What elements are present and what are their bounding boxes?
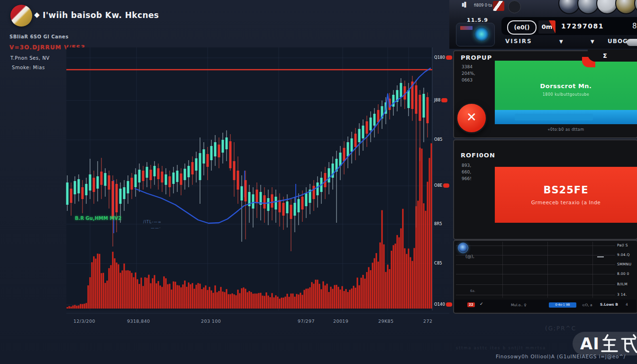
volume-bar <box>207 290 209 309</box>
candle-body <box>237 171 239 190</box>
volume-bar <box>406 254 408 309</box>
panel2-stat-2: 660, <box>462 169 471 175</box>
ghost-text: (G;PR^C <box>545 325 576 332</box>
volume-bar <box>190 284 191 309</box>
volume-bar <box>109 268 110 309</box>
close-button[interactable]: ✕ <box>456 102 487 134</box>
volume-bar <box>374 258 375 309</box>
candle-body <box>298 199 300 212</box>
candle-body <box>233 161 236 180</box>
header-toggle[interactable] <box>627 39 637 46</box>
ubog-label[interactable]: UBOG <box>608 38 628 45</box>
volume-bar <box>78 305 80 309</box>
x-axis-label: 20019 <box>333 318 348 324</box>
volume-bar <box>255 293 256 309</box>
candle-body <box>226 137 228 149</box>
volume-bar <box>372 263 373 309</box>
header-edge-glyph: 8 <box>632 22 637 30</box>
chart-annotation-blue: /ITL-—= <box>143 220 162 224</box>
y-axis-label: 8R5 <box>434 221 442 226</box>
volume-bar <box>228 294 229 309</box>
volume-bar <box>332 289 334 309</box>
panel1-stat-3: 0663 <box>462 77 473 83</box>
mini-gridline-v <box>547 242 548 298</box>
dropdown-arrow-icon-2[interactable]: ▼ <box>591 39 594 44</box>
at-glyph-icon: (@), <box>465 254 474 259</box>
dropdown-arrow-icon-1[interactable]: ▼ <box>559 39 563 44</box>
candle-body <box>427 97 429 123</box>
y-axis-label: J88 <box>434 98 447 102</box>
price-badge <box>446 302 452 307</box>
volume-bar <box>317 280 318 309</box>
volume-bar <box>198 283 199 309</box>
candlestick-chart[interactable] <box>0 0 449 364</box>
candle-body <box>191 162 194 174</box>
mini-row-label: 9.04.Q <box>617 253 630 257</box>
volume-bar <box>264 296 265 309</box>
candle-body <box>245 180 247 201</box>
x-axis-label: 203 100 <box>201 318 221 324</box>
volume-bar <box>126 271 127 309</box>
volume-bar <box>298 294 300 309</box>
volume-bar <box>338 287 339 309</box>
tab-visirs[interactable]: VISIRS <box>505 38 532 45</box>
volume-bar <box>135 273 136 309</box>
volume-bar <box>431 143 432 309</box>
volume-bar <box>363 275 364 309</box>
panel2-title: ROFI0ON <box>461 152 495 159</box>
candle-body <box>165 174 167 185</box>
candle-body <box>210 146 213 160</box>
volume-bar <box>404 248 406 309</box>
volume-bar <box>158 281 159 309</box>
thumbnail-card[interactable] <box>456 23 495 46</box>
volume-bar <box>239 293 241 309</box>
header-circle-button[interactable] <box>508 0 521 13</box>
status-blue-pill[interactable]: 0·4o·1 9B <box>549 302 576 308</box>
x-axis-label: 272 <box>423 318 432 324</box>
volume-bar <box>399 237 400 309</box>
volume-bar <box>148 275 150 309</box>
volume-bar <box>118 264 119 309</box>
watermark-latin: AI <box>580 334 600 353</box>
mini-gridline-h <box>456 295 615 295</box>
candle-body <box>97 176 99 189</box>
mini-gridline-h <box>456 264 615 265</box>
volume-bar <box>167 284 169 309</box>
chart-annotation-green: B.R Gu,HMM MV2 <box>75 216 121 221</box>
address-badge[interactable]: 0m <box>538 20 555 34</box>
status-t3: S.Lows B <box>600 302 618 307</box>
volume-bar <box>237 290 239 309</box>
price-badge <box>443 183 449 188</box>
candle-body <box>377 110 380 122</box>
swirl-icon[interactable] <box>458 243 468 253</box>
candle-body <box>279 200 281 212</box>
red-alert-card[interactable]: BS25FE Grmeeceb teraxio (a Inde <box>495 167 637 223</box>
candle-body <box>305 193 308 206</box>
volume-bar <box>253 294 254 309</box>
volume-bar <box>355 288 356 309</box>
candle-body <box>146 167 148 178</box>
volume-bar <box>334 285 336 309</box>
volume-bar <box>419 147 421 309</box>
candle-body <box>100 172 103 185</box>
blue-strip-inner <box>515 114 593 120</box>
volume-bar <box>181 287 182 309</box>
sigma-flag-icon[interactable]: Σ <box>603 52 607 59</box>
green-banner-card[interactable]: Dorsscrot Mn. 1800 kulbuttgoutsube <box>495 61 637 124</box>
check-icon[interactable]: ✓ <box>480 301 483 306</box>
mini-gridline-h <box>456 246 615 246</box>
volume-bar <box>283 298 284 309</box>
volume-bar <box>105 283 106 309</box>
volume-bar <box>410 257 411 309</box>
volume-bar <box>124 264 125 309</box>
candle-body <box>347 142 349 156</box>
y-axis-label: C85 <box>434 261 442 265</box>
x-axis-label: 9318,840 <box>127 318 150 324</box>
volume-bar <box>321 289 322 309</box>
address-pill[interactable]: (e0() <box>507 20 537 35</box>
panel1-title: PROPUP <box>461 54 492 61</box>
volume-bar <box>376 253 377 309</box>
volume-bar <box>131 273 133 309</box>
flag-icon[interactable] <box>493 1 504 11</box>
volume-bar <box>194 289 195 309</box>
